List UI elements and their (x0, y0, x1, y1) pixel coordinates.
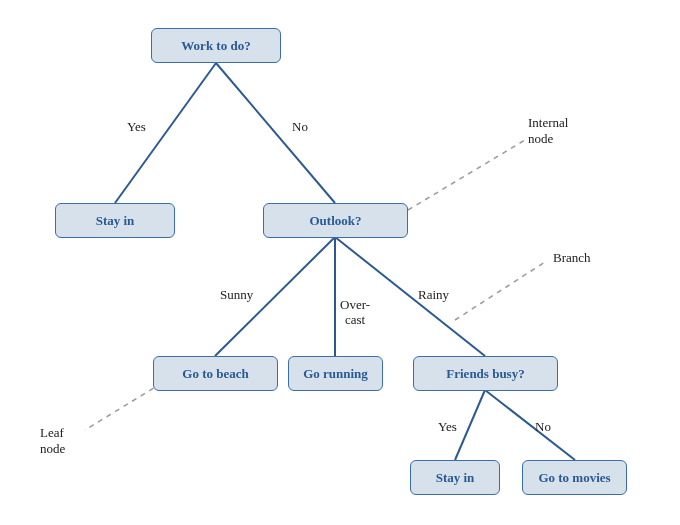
edge-label-no: No (292, 120, 308, 135)
node-label: Friends busy? (446, 366, 524, 382)
edge-label-rainy: Rainy (418, 288, 449, 303)
node-label: Stay in (96, 213, 135, 229)
node-outlook: Outlook? (263, 203, 408, 238)
svg-line-1 (216, 63, 335, 203)
decision-tree-diagram: { "nodes": { "root": {"label":"Work to d… (0, 0, 680, 525)
node-label: Work to do? (181, 38, 250, 54)
node-go-to-beach: Go to beach (153, 356, 278, 391)
node-stay-in-1: Stay in (55, 203, 175, 238)
svg-line-6 (485, 390, 575, 460)
node-work-to-do: Work to do? (151, 28, 281, 63)
node-label: Stay in (436, 470, 475, 486)
edge-label-sunny: Sunny (220, 288, 253, 303)
node-label: Go to movies (538, 470, 610, 486)
annotation-internal-node: Internal node (528, 115, 568, 146)
node-label: Go to beach (182, 366, 248, 382)
node-go-to-movies: Go to movies (522, 460, 627, 495)
annotation-branch: Branch (553, 250, 591, 266)
svg-line-9 (85, 383, 162, 430)
node-go-running: Go running (288, 356, 383, 391)
svg-line-5 (455, 390, 485, 460)
node-friends-busy: Friends busy? (413, 356, 558, 391)
node-stay-in-2: Stay in (410, 460, 500, 495)
edge-label-friends-no: No (535, 420, 551, 435)
edge-label-friends-yes: Yes (438, 420, 457, 435)
edge-label-yes: Yes (127, 120, 146, 135)
svg-line-7 (408, 140, 525, 210)
svg-line-8 (455, 262, 545, 320)
edge-label-overcast: Over- cast (340, 298, 370, 328)
node-label: Go running (303, 366, 368, 382)
node-label: Outlook? (309, 213, 361, 229)
annotation-leaf-node: Leaf node (40, 425, 65, 456)
